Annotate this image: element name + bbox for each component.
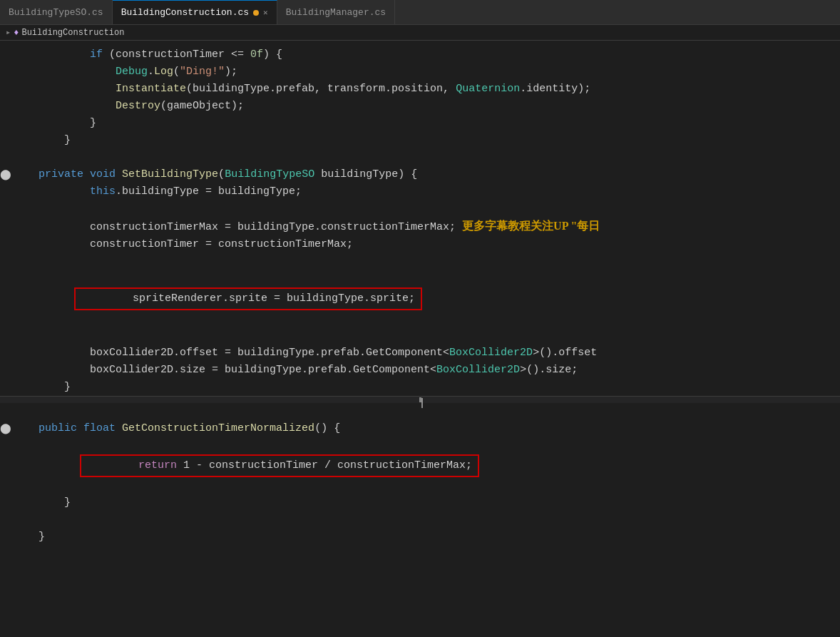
watermark-text: 更多字幕教程关注UP "每日 — [462, 220, 600, 232]
code-editor: if (constructionTimer <= 0f) { Debug.Log… — [0, 41, 840, 637]
line-content: } — [36, 379, 840, 396]
line-number: ⬤ — [0, 166, 10, 183]
line-content — [36, 253, 840, 270]
breadcrumb-bar: ▸ ♦ BuildingConstruction — [0, 25, 840, 41]
line-content: private void SetBuildingType(BuildingTyp… — [10, 166, 840, 183]
code-line: } — [0, 494, 840, 511]
code-line: } — [0, 529, 840, 546]
line-content: return 1 - constructionTimer / construct… — [36, 437, 840, 494]
code-line: constructionTimerMax = buildingType.cons… — [0, 218, 840, 236]
line-content — [36, 149, 840, 166]
line-content: if (constructionTimer <= 0f) { — [36, 46, 840, 63]
code-line — [0, 327, 840, 345]
code-line: } — [0, 132, 840, 149]
code-line: } — [0, 115, 840, 132]
line-content: } — [36, 115, 840, 132]
return-line: return 1 - constructionTimer / construct… — [0, 437, 840, 494]
line-content: } — [36, 132, 840, 149]
tab-bar: BuildingTypeSO.cs BuildingConstruction.c… — [0, 0, 840, 25]
line-content: public float GetConstructionTimerNormali… — [10, 420, 840, 437]
tab-building-construction[interactable]: BuildingConstruction.cs ✕ — [113, 0, 277, 24]
tab-label: BuildingTypeSO.cs — [9, 7, 103, 18]
line-content: boxCollider2D.offset = buildingType.pref… — [36, 345, 840, 362]
breadcrumb-arrow: ▸ — [6, 27, 11, 38]
code-line: } — [0, 379, 840, 396]
line-number: ⬤ — [0, 420, 10, 437]
code-line — [0, 200, 840, 218]
line-content — [36, 403, 840, 420]
code-line: Destroy(gameObject); — [0, 98, 840, 115]
line-content: } — [36, 494, 840, 511]
line-content: Destroy(gameObject); — [36, 98, 840, 115]
line-content: } — [36, 529, 840, 546]
code-line: Debug.Log("Ding!"); — [0, 63, 840, 81]
sprite-renderer-line: spriteRenderer.sprite = buildingType.spr… — [0, 270, 840, 327]
line-content: boxCollider2D.size = buildingType.prefab… — [36, 362, 840, 379]
tab-label: BuildingConstruction.cs — [121, 7, 249, 18]
line-content — [36, 327, 840, 345]
tab-modified-icon — [253, 10, 259, 16]
tab-building-manager[interactable]: BuildingManager.cs — [277, 0, 395, 24]
breadcrumb-text: BuildingConstruction — [21, 28, 124, 38]
code-line — [0, 253, 840, 270]
code-line — [0, 403, 840, 420]
breadcrumb-icon: ♦ — [14, 28, 19, 38]
line-content: Instantiate(buildingType.prefab, transfo… — [36, 81, 840, 98]
line-content: Debug.Log("Ding!"); — [36, 63, 840, 81]
line-content: constructionTimerMax = buildingType.cons… — [36, 218, 840, 236]
code-line: boxCollider2D.offset = buildingType.pref… — [0, 345, 840, 362]
tab-label: BuildingManager.cs — [286, 7, 386, 18]
code-line — [0, 149, 840, 166]
line-content: constructionTimer = constructionTimerMax… — [36, 236, 840, 253]
scrollbar-cursor: | — [419, 397, 421, 402]
line-content: spriteRenderer.sprite = buildingType.spr… — [36, 270, 840, 327]
code-line — [0, 511, 840, 529]
code-line: ⬤ public float GetConstructionTimerNorma… — [0, 420, 840, 437]
line-content — [36, 511, 840, 529]
code-line: if (constructionTimer <= 0f) { — [0, 46, 840, 63]
line-content: this.buildingType = buildingType; — [36, 183, 840, 200]
code-line: ⬤ private void SetBuildingType(BuildingT… — [0, 166, 840, 183]
tab-building-type-so[interactable]: BuildingTypeSO.cs — [0, 0, 113, 24]
code-line: Instantiate(buildingType.prefab, transfo… — [0, 81, 840, 98]
line-content — [36, 200, 840, 218]
code-line: this.buildingType = buildingType; — [0, 183, 840, 200]
tab-close-button[interactable]: ✕ — [263, 8, 268, 17]
code-line: constructionTimer = constructionTimerMax… — [0, 236, 840, 253]
code-line: boxCollider2D.size = buildingType.prefab… — [0, 362, 840, 379]
scrollbar-divider: | — [0, 396, 840, 403]
